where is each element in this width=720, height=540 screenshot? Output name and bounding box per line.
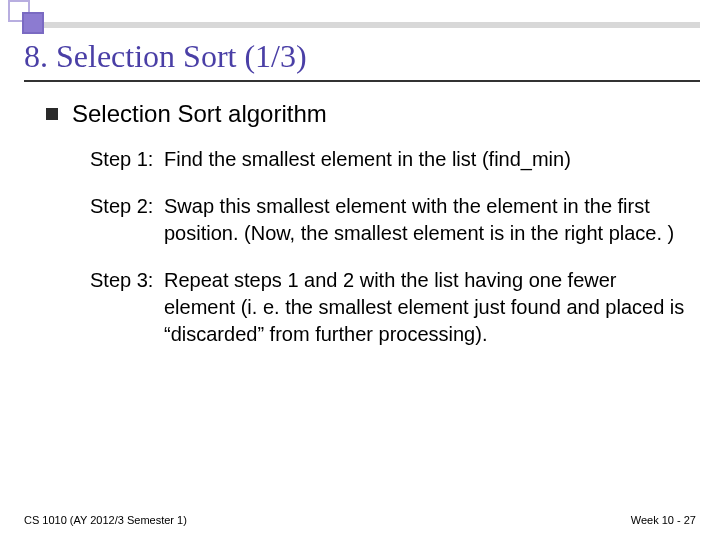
step-body: Repeat steps 1 and 2 with the list havin…	[164, 267, 690, 348]
bullet-square-icon	[46, 108, 58, 120]
step-item: Step 2: Swap this smallest element with …	[90, 193, 690, 247]
step-item: Step 1: Find the smallest element in the…	[90, 146, 690, 173]
subheading-row: Selection Sort algorithm	[46, 100, 690, 128]
step-label: Step 1:	[90, 146, 164, 173]
step-body: Find the smallest element in the list (f…	[164, 146, 690, 173]
decor-square-solid	[22, 12, 44, 34]
step-body: Swap this smallest element with the elem…	[164, 193, 690, 247]
corner-decoration	[0, 0, 56, 36]
footer-right: Week 10 - 27	[631, 514, 696, 526]
subheading-text: Selection Sort algorithm	[72, 100, 327, 128]
top-divider-bar	[44, 22, 700, 28]
step-item: Step 3: Repeat steps 1 and 2 with the li…	[90, 267, 690, 348]
slide-title: 8. Selection Sort (1/3)	[24, 38, 307, 75]
step-label: Step 2:	[90, 193, 164, 247]
footer-left: CS 1010 (AY 2012/3 Semester 1)	[24, 514, 187, 526]
step-label: Step 3:	[90, 267, 164, 348]
slide-body: Selection Sort algorithm Step 1: Find th…	[46, 100, 690, 368]
title-underline	[24, 80, 700, 82]
